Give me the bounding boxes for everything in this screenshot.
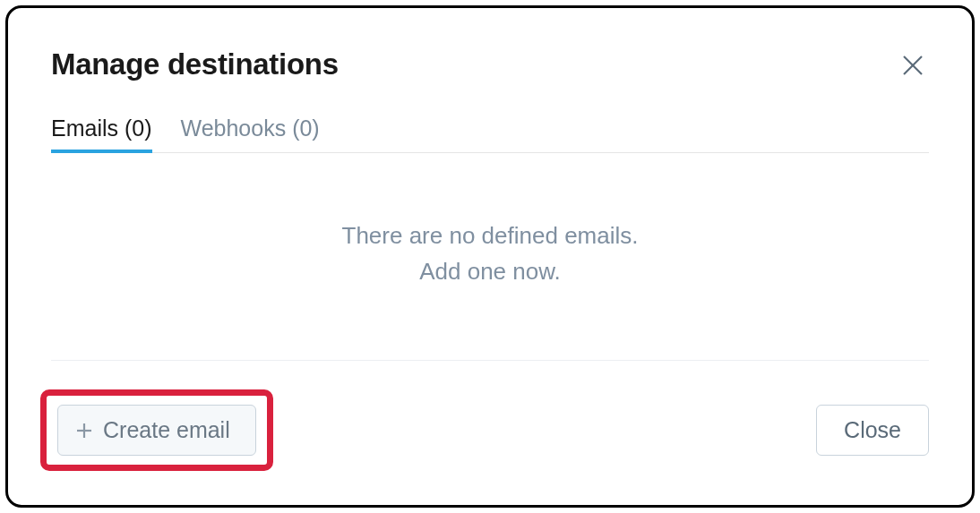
- empty-state-line2: Add one now.: [419, 253, 561, 289]
- close-button-label: Close: [844, 417, 901, 442]
- empty-state-line1: There are no defined emails.: [342, 218, 639, 253]
- empty-state: There are no defined emails. Add one now…: [51, 153, 929, 360]
- close-icon[interactable]: [897, 49, 929, 81]
- manage-destinations-dialog: Manage destinations Emails (0) Webhooks …: [5, 5, 975, 508]
- create-email-label: Create email: [103, 417, 230, 443]
- tab-emails[interactable]: Emails (0): [51, 115, 152, 152]
- tab-webhooks[interactable]: Webhooks (0): [181, 115, 320, 152]
- tab-emails-label: Emails (0): [51, 115, 152, 141]
- tabs: Emails (0) Webhooks (0): [51, 115, 929, 153]
- close-button[interactable]: Close: [816, 405, 929, 456]
- dialog-footer: Create email Close: [51, 389, 929, 471]
- dialog-title: Manage destinations: [51, 47, 339, 81]
- dialog-header: Manage destinations: [51, 47, 929, 81]
- create-email-button[interactable]: Create email: [57, 405, 256, 456]
- plus-icon: [74, 421, 94, 440]
- tab-webhooks-label: Webhooks (0): [181, 115, 320, 141]
- footer-divider: [51, 360, 929, 361]
- create-email-highlight: Create email: [40, 389, 273, 471]
